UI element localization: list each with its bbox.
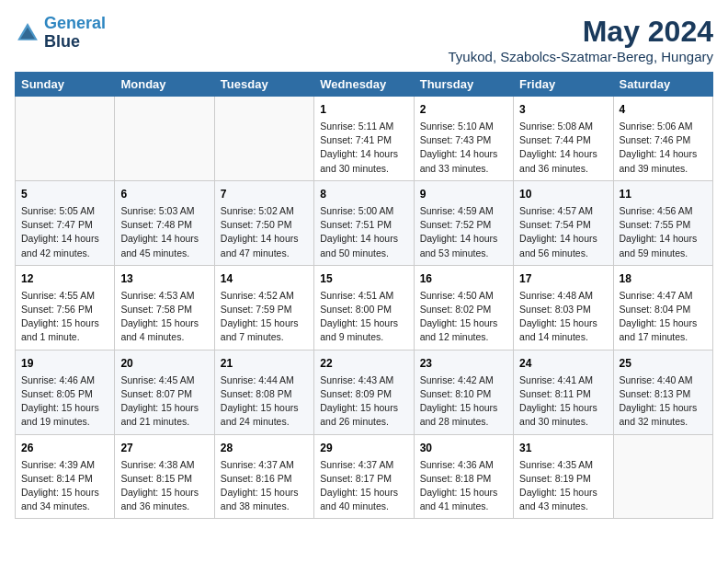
day-info: Sunrise: 4:46 AMSunset: 8:05 PMDaylight:… [21, 373, 108, 430]
day-number: 24 [519, 355, 607, 372]
logo: General Blue [15, 15, 106, 52]
day-info: Sunrise: 5:10 AMSunset: 7:43 PMDaylight:… [420, 120, 507, 176]
day-number: 23 [420, 355, 507, 372]
calendar-cell: 4Sunrise: 5:06 AMSunset: 7:46 PMDaylight… [613, 97, 712, 181]
day-info: Sunrise: 4:37 AMSunset: 8:17 PMDaylight:… [320, 458, 407, 514]
day-info: Sunrise: 4:50 AMSunset: 8:02 PMDaylight:… [420, 289, 507, 345]
day-number: 25 [620, 355, 707, 372]
day-number: 21 [221, 355, 308, 372]
day-number: 4 [620, 101, 707, 118]
day-info: Sunrise: 4:59 AMSunset: 7:52 PMDaylight:… [420, 204, 507, 260]
day-info: Sunrise: 4:52 AMSunset: 7:59 PMDaylight:… [221, 289, 308, 345]
calendar-cell: 27Sunrise: 4:38 AMSunset: 8:15 PMDayligh… [115, 434, 214, 519]
day-info: Sunrise: 4:48 AMSunset: 8:03 PMDaylight:… [519, 289, 607, 345]
day-number: 2 [420, 101, 507, 118]
day-info: Sunrise: 4:40 AMSunset: 8:13 PMDaylight:… [620, 373, 707, 430]
day-number: 30 [420, 440, 507, 456]
day-info: Sunrise: 4:47 AMSunset: 8:04 PMDaylight:… [620, 289, 707, 345]
day-number: 20 [120, 355, 208, 372]
day-info: Sunrise: 5:02 AMSunset: 7:50 PMDaylight:… [221, 204, 308, 260]
calendar-cell: 29Sunrise: 4:37 AMSunset: 8:17 PMDayligh… [314, 434, 414, 519]
calendar-cell [16, 97, 115, 181]
weekday-header-friday: Friday [514, 73, 613, 97]
weekday-header-saturday: Saturday [613, 73, 712, 97]
day-number: 31 [519, 440, 607, 456]
day-number: 11 [620, 186, 707, 202]
calendar-week-1: 1Sunrise: 5:11 AMSunset: 7:41 PMDaylight… [16, 97, 713, 181]
weekday-header-sunday: Sunday [16, 73, 115, 97]
calendar-cell [613, 434, 712, 519]
weekday-header-tuesday: Tuesday [214, 73, 313, 97]
day-info: Sunrise: 4:36 AMSunset: 8:18 PMDaylight:… [420, 458, 507, 514]
calendar-cell: 26Sunrise: 4:39 AMSunset: 8:14 PMDayligh… [16, 434, 115, 519]
calendar-cell [115, 97, 214, 181]
day-number: 19 [21, 355, 108, 372]
day-info: Sunrise: 4:41 AMSunset: 8:11 PMDaylight:… [519, 373, 607, 430]
day-number: 5 [21, 186, 108, 202]
day-info: Sunrise: 4:38 AMSunset: 8:15 PMDaylight:… [120, 458, 208, 514]
day-number: 15 [320, 270, 407, 287]
calendar-cell: 7Sunrise: 5:02 AMSunset: 7:50 PMDaylight… [214, 180, 313, 265]
day-number: 29 [320, 440, 407, 456]
weekday-header-monday: Monday [115, 73, 214, 97]
calendar-cell: 30Sunrise: 4:36 AMSunset: 8:18 PMDayligh… [414, 434, 513, 519]
calendar-cell: 20Sunrise: 4:45 AMSunset: 8:07 PMDayligh… [115, 350, 214, 434]
day-number: 14 [221, 270, 308, 287]
day-number: 16 [420, 270, 507, 287]
calendar-cell: 21Sunrise: 4:44 AMSunset: 8:08 PMDayligh… [214, 350, 313, 434]
title-block: May 2024 Tyukod, Szabolcs-Szatmar-Bereg,… [449, 15, 713, 64]
calendar-cell [214, 97, 313, 181]
day-number: 3 [519, 101, 607, 118]
calendar-cell: 17Sunrise: 4:48 AMSunset: 8:03 PMDayligh… [514, 265, 613, 350]
day-info: Sunrise: 4:51 AMSunset: 8:00 PMDaylight:… [320, 289, 407, 345]
logo-text: General Blue [44, 15, 106, 52]
weekday-header-thursday: Thursday [414, 73, 513, 97]
weekday-header-wednesday: Wednesday [314, 73, 414, 97]
day-info: Sunrise: 5:03 AMSunset: 7:48 PMDaylight:… [120, 204, 208, 260]
day-number: 1 [320, 101, 407, 118]
day-info: Sunrise: 4:57 AMSunset: 7:54 PMDaylight:… [519, 204, 607, 260]
day-info: Sunrise: 4:53 AMSunset: 7:58 PMDaylight:… [120, 289, 208, 345]
calendar-cell: 5Sunrise: 5:05 AMSunset: 7:47 PMDaylight… [16, 180, 115, 265]
day-info: Sunrise: 4:42 AMSunset: 8:10 PMDaylight:… [420, 373, 507, 430]
day-number: 27 [120, 440, 208, 456]
location-title: Tyukod, Szabolcs-Szatmar-Bereg, Hungary [449, 49, 713, 64]
calendar-cell: 3Sunrise: 5:08 AMSunset: 7:44 PMDaylight… [514, 97, 613, 181]
day-number: 22 [320, 355, 407, 372]
calendar-cell: 22Sunrise: 4:43 AMSunset: 8:09 PMDayligh… [314, 350, 414, 434]
calendar-cell: 14Sunrise: 4:52 AMSunset: 7:59 PMDayligh… [214, 265, 313, 350]
calendar-cell: 6Sunrise: 5:03 AMSunset: 7:48 PMDaylight… [115, 180, 214, 265]
day-info: Sunrise: 4:44 AMSunset: 8:08 PMDaylight:… [221, 373, 308, 430]
calendar-cell: 24Sunrise: 4:41 AMSunset: 8:11 PMDayligh… [514, 350, 613, 434]
calendar-cell: 15Sunrise: 4:51 AMSunset: 8:00 PMDayligh… [314, 265, 414, 350]
calendar-week-3: 12Sunrise: 4:55 AMSunset: 7:56 PMDayligh… [16, 265, 713, 350]
day-number: 17 [519, 270, 607, 287]
day-info: Sunrise: 4:45 AMSunset: 8:07 PMDaylight:… [120, 373, 208, 430]
day-number: 26 [21, 440, 108, 456]
day-info: Sunrise: 4:56 AMSunset: 7:55 PMDaylight:… [620, 204, 707, 260]
calendar-cell: 23Sunrise: 4:42 AMSunset: 8:10 PMDayligh… [414, 350, 513, 434]
day-info: Sunrise: 5:00 AMSunset: 7:51 PMDaylight:… [320, 204, 407, 260]
day-info: Sunrise: 4:39 AMSunset: 8:14 PMDaylight:… [21, 458, 108, 514]
calendar-cell: 13Sunrise: 4:53 AMSunset: 7:58 PMDayligh… [115, 265, 214, 350]
calendar-week-4: 19Sunrise: 4:46 AMSunset: 8:05 PMDayligh… [16, 350, 713, 434]
calendar-cell: 10Sunrise: 4:57 AMSunset: 7:54 PMDayligh… [514, 180, 613, 265]
page-header: General Blue May 2024 Tyukod, Szabolcs-S… [15, 15, 713, 64]
day-info: Sunrise: 5:11 AMSunset: 7:41 PMDaylight:… [320, 120, 407, 176]
calendar-cell: 28Sunrise: 4:37 AMSunset: 8:16 PMDayligh… [214, 434, 313, 519]
calendar-cell: 12Sunrise: 4:55 AMSunset: 7:56 PMDayligh… [16, 265, 115, 350]
calendar-cell: 31Sunrise: 4:35 AMSunset: 8:19 PMDayligh… [514, 434, 613, 519]
calendar-cell: 8Sunrise: 5:00 AMSunset: 7:51 PMDaylight… [314, 180, 414, 265]
calendar-week-5: 26Sunrise: 4:39 AMSunset: 8:14 PMDayligh… [16, 434, 713, 519]
day-info: Sunrise: 5:05 AMSunset: 7:47 PMDaylight:… [21, 204, 108, 260]
day-info: Sunrise: 4:43 AMSunset: 8:09 PMDaylight:… [320, 373, 407, 430]
calendar-cell: 18Sunrise: 4:47 AMSunset: 8:04 PMDayligh… [613, 265, 712, 350]
calendar-cell: 1Sunrise: 5:11 AMSunset: 7:41 PMDaylight… [314, 97, 414, 181]
calendar-cell: 9Sunrise: 4:59 AMSunset: 7:52 PMDaylight… [414, 180, 513, 265]
calendar-week-2: 5Sunrise: 5:05 AMSunset: 7:47 PMDaylight… [16, 180, 713, 265]
calendar-cell: 11Sunrise: 4:56 AMSunset: 7:55 PMDayligh… [613, 180, 712, 265]
calendar-cell: 2Sunrise: 5:10 AMSunset: 7:43 PMDaylight… [414, 97, 513, 181]
day-info: Sunrise: 5:08 AMSunset: 7:44 PMDaylight:… [519, 120, 607, 176]
day-number: 12 [21, 270, 108, 287]
day-number: 28 [221, 440, 308, 456]
